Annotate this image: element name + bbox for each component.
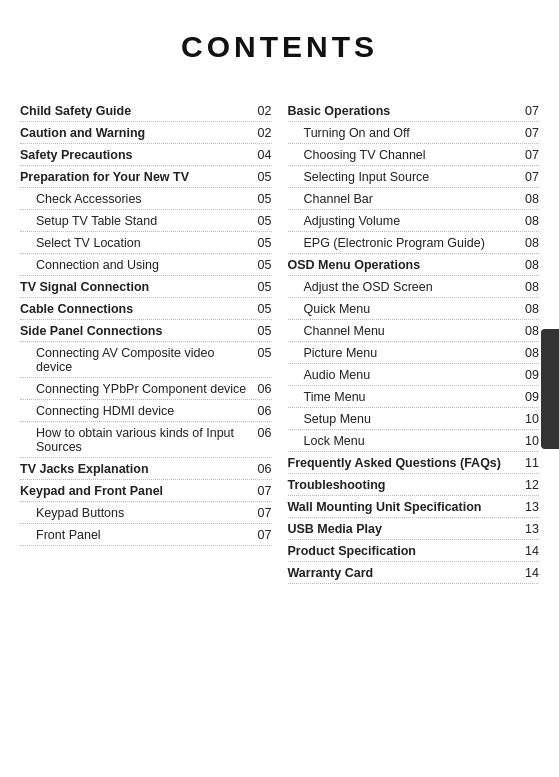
toc-item: Lock Menu10	[288, 430, 540, 452]
toc-item: Select TV Location05	[20, 232, 272, 254]
toc-item-page: 08	[519, 192, 539, 206]
toc-item: Channel Menu08	[288, 320, 540, 342]
toc-item-page: 05	[252, 346, 272, 360]
toc-item-label: Warranty Card	[288, 566, 516, 580]
toc-item-label: Cable Connections	[20, 302, 248, 316]
toc-item-label: USB Media Play	[288, 522, 516, 536]
toc-item-label: Frequently Asked Questions (FAQs)	[288, 456, 516, 470]
toc-item-label: Selecting Input Source	[288, 170, 516, 184]
toc-item: Side Panel Connections05	[20, 320, 272, 342]
toc-item: Product Specification14	[288, 540, 540, 562]
toc-item-page: 06	[252, 404, 272, 418]
page: CONTENTS Child Safety Guide02Caution and…	[0, 0, 559, 777]
toc-item-page: 14	[519, 544, 539, 558]
toc-item-label: Basic Operations	[288, 104, 516, 118]
toc-item: Front Panel07	[20, 524, 272, 546]
toc-item: Quick Menu08	[288, 298, 540, 320]
toc-item: Keypad Buttons07	[20, 502, 272, 524]
toc-item-label: Connecting AV Composite video device	[20, 346, 248, 374]
toc-item-page: 08	[519, 324, 539, 338]
toc-item: Time Menu09	[288, 386, 540, 408]
toc-item: Connecting AV Composite video device05	[20, 342, 272, 378]
toc-item-label: Child Safety Guide	[20, 104, 248, 118]
toc-item-label: Choosing TV Channel	[288, 148, 516, 162]
toc-item-label: EPG (Electronic Program Guide)	[288, 236, 516, 250]
toc-item: TV Jacks Explanation06	[20, 458, 272, 480]
toc-item-label: Wall Mounting Unit Specification	[288, 500, 516, 514]
toc-item-page: 05	[252, 324, 272, 338]
right-column: Basic Operations07Turning On and Off07Ch…	[288, 100, 540, 584]
toc-item-page: 02	[252, 126, 272, 140]
toc-item: Adjust the OSD Screen08	[288, 276, 540, 298]
toc-item-label: Connecting HDMI device	[20, 404, 248, 418]
toc-item-label: Keypad and Front Panel	[20, 484, 248, 498]
toc-item-label: Preparation for Your New TV	[20, 170, 248, 184]
side-bar-decoration	[541, 329, 559, 449]
toc-item: Connecting HDMI device06	[20, 400, 272, 422]
toc-item-page: 08	[519, 302, 539, 316]
toc-item-label: Quick Menu	[288, 302, 516, 316]
toc-item-page: 05	[252, 302, 272, 316]
toc-item-page: 10	[519, 412, 539, 426]
toc-item-page: 06	[252, 382, 272, 396]
toc-item-page: 07	[252, 528, 272, 542]
toc-item-label: Turning On and Off	[288, 126, 516, 140]
toc-item: How to obtain various kinds of Input Sou…	[20, 422, 272, 458]
toc-item-label: Caution and Warning	[20, 126, 248, 140]
toc-item-page: 09	[519, 390, 539, 404]
toc-item-page: 08	[519, 236, 539, 250]
toc-item-page: 05	[252, 214, 272, 228]
toc-item-label: Adjust the OSD Screen	[288, 280, 516, 294]
toc-item-page: 05	[252, 280, 272, 294]
toc-item-label: Picture Menu	[288, 346, 516, 360]
toc-item-label: Safety Precautions	[20, 148, 248, 162]
toc-item: TV Signal Connection05	[20, 276, 272, 298]
toc-item: Channel Bar08	[288, 188, 540, 210]
toc-item-page: 05	[252, 258, 272, 272]
toc-item-label: How to obtain various kinds of Input Sou…	[20, 426, 248, 454]
toc-item-label: Channel Bar	[288, 192, 516, 206]
toc-item: Adjusting Volume08	[288, 210, 540, 232]
toc-item-label: Front Panel	[20, 528, 248, 542]
toc-item: Check Accessories05	[20, 188, 272, 210]
toc-item-label: Lock Menu	[288, 434, 516, 448]
toc-item-page: 13	[519, 500, 539, 514]
toc-item-label: Keypad Buttons	[20, 506, 248, 520]
toc-item-page: 13	[519, 522, 539, 536]
page-title: CONTENTS	[20, 30, 539, 64]
toc-item: Cable Connections05	[20, 298, 272, 320]
toc-item: Keypad and Front Panel07	[20, 480, 272, 502]
toc-item-page: 12	[519, 478, 539, 492]
toc-item-label: Connection and Using	[20, 258, 248, 272]
toc-item-page: 05	[252, 170, 272, 184]
toc-item: Preparation for Your New TV05	[20, 166, 272, 188]
toc-item: Audio Menu09	[288, 364, 540, 386]
toc-item-page: 05	[252, 192, 272, 206]
toc-item-label: Troubleshooting	[288, 478, 516, 492]
toc-item-page: 07	[252, 484, 272, 498]
toc-item: Turning On and Off07	[288, 122, 540, 144]
toc-item: Safety Precautions04	[20, 144, 272, 166]
toc-item-label: Product Specification	[288, 544, 516, 558]
toc-item-page: 09	[519, 368, 539, 382]
toc-item-label: TV Signal Connection	[20, 280, 248, 294]
toc-item-label: Setup Menu	[288, 412, 516, 426]
toc-item-label: Connecting YPbPr Component device	[20, 382, 248, 396]
toc-item-page: 11	[519, 456, 539, 470]
toc-item-page: 07	[519, 170, 539, 184]
toc-item-page: 10	[519, 434, 539, 448]
toc-item: Choosing TV Channel07	[288, 144, 540, 166]
toc-item: Wall Mounting Unit Specification13	[288, 496, 540, 518]
toc-item: Frequently Asked Questions (FAQs)11	[288, 452, 540, 474]
toc-item-label: TV Jacks Explanation	[20, 462, 248, 476]
toc-item-page: 05	[252, 236, 272, 250]
toc-item: Warranty Card14	[288, 562, 540, 584]
toc-item: Troubleshooting12	[288, 474, 540, 496]
toc-item: Child Safety Guide02	[20, 100, 272, 122]
toc-item-page: 08	[519, 346, 539, 360]
toc-item-page: 08	[519, 258, 539, 272]
toc-item-page: 07	[519, 104, 539, 118]
toc-item: EPG (Electronic Program Guide)08	[288, 232, 540, 254]
toc-item: Setup Menu10	[288, 408, 540, 430]
toc-item-page: 07	[519, 126, 539, 140]
